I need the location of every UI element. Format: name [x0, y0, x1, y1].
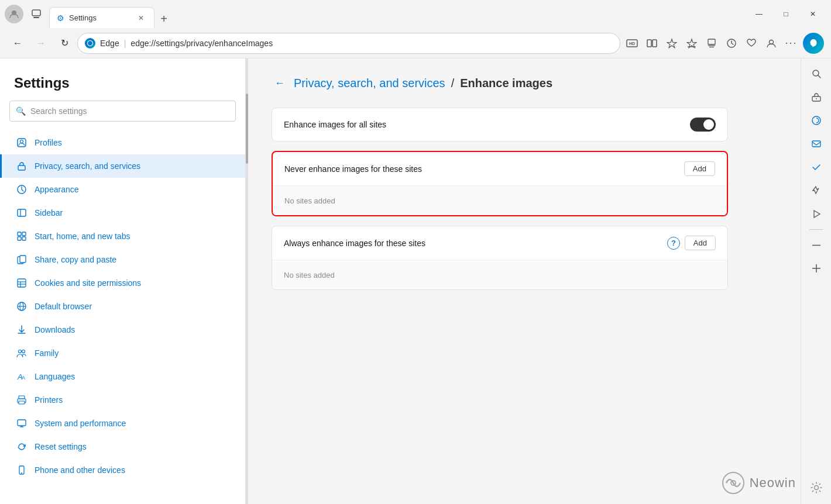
svg-line-46	[818, 75, 820, 78]
phone-icon	[16, 464, 28, 476]
svg-text:A: A	[22, 375, 25, 381]
favorites-button[interactable]	[662, 34, 681, 53]
collections-button[interactable]	[27, 5, 46, 23]
sidebar-item-sidebar[interactable]: Sidebar	[0, 201, 245, 225]
settings-tab[interactable]: ⚙ Settings ✕	[49, 7, 154, 28]
always-enhance-card: Always enhance images for these sites ? …	[272, 226, 728, 290]
back-button[interactable]: ←	[7, 33, 28, 54]
breadcrumb-current: Enhance images	[460, 77, 552, 90]
sidebar-item-default-browser[interactable]: Default browser	[0, 295, 245, 318]
svg-rect-5	[647, 40, 651, 47]
svg-rect-25	[18, 279, 26, 287]
svg-rect-8	[708, 39, 715, 44]
svg-rect-21	[18, 237, 21, 240]
svg-rect-19	[18, 232, 21, 236]
settings-title: Settings	[0, 58, 245, 101]
sidebar-item-start-home[interactable]: Start, home, and new tabs	[0, 225, 245, 248]
breadcrumb-link[interactable]: Privacy, search, and services	[294, 77, 445, 90]
sidebar-item-phone[interactable]: Phone and other devices	[0, 458, 245, 482]
more-button[interactable]: ···	[782, 34, 801, 53]
refresh-button[interactable]: ↻	[54, 33, 75, 54]
svg-marker-51	[814, 210, 820, 218]
system-icon	[16, 417, 28, 429]
sidebar-label: Sidebar	[35, 208, 63, 218]
edge-favicon	[85, 38, 95, 49]
rp-search-button[interactable]	[806, 63, 827, 84]
sidebar-item-family[interactable]: Family	[0, 341, 245, 365]
title-bar: ⚙ Settings ✕ + — □ ✕	[0, 0, 831, 28]
enhance-all-row: Enhance images for all sites	[272, 108, 727, 141]
rp-tasks-button[interactable]	[806, 157, 827, 178]
svg-rect-1	[32, 10, 40, 16]
sidebar-item-downloads[interactable]: Downloads	[0, 318, 245, 341]
sidebar-item-share-copy[interactable]: Share, copy and paste	[0, 248, 245, 271]
address-bar[interactable]: Edge | edge://settings/privacy/enhanceIm…	[77, 33, 620, 54]
copilot-button[interactable]	[803, 33, 824, 54]
downloads-label: Downloads	[35, 325, 75, 334]
sidebar-item-printers[interactable]: Printers	[0, 388, 245, 412]
printers-icon	[16, 394, 28, 406]
languages-label: Languages	[35, 372, 75, 381]
history-button[interactable]	[722, 34, 741, 53]
tab-settings-icon: ⚙	[57, 13, 64, 23]
rp-edge-button[interactable]	[806, 110, 827, 131]
sidebar-icon	[16, 207, 28, 219]
svg-rect-24	[20, 256, 26, 263]
sidebar-divider	[246, 58, 248, 504]
rp-play-button[interactable]	[806, 203, 827, 225]
sidebar-item-reset[interactable]: Reset settings	[0, 435, 245, 458]
collections-nav-button[interactable]	[702, 34, 721, 53]
new-tab-button[interactable]: +	[154, 9, 173, 28]
sidebar-item-privacy[interactable]: Privacy, search, and services	[0, 154, 245, 178]
always-enhance-sites-area: No sites added	[272, 260, 727, 289]
rp-minus-button[interactable]	[806, 234, 827, 256]
always-enhance-title: Always enhance images for these sites	[284, 239, 667, 248]
window-controls: — □ ✕	[746, 5, 826, 23]
reset-label: Reset settings	[35, 442, 87, 451]
default-browser-label: Default browser	[35, 302, 92, 311]
maximize-button[interactable]: □	[772, 5, 799, 23]
favorites-bar-button[interactable]	[682, 34, 701, 53]
svg-rect-40	[18, 420, 26, 426]
sidebar-item-system[interactable]: System and performance	[0, 412, 245, 435]
toggle-thumb	[703, 119, 714, 130]
svg-rect-17	[18, 209, 26, 216]
appearance-icon	[16, 184, 28, 195]
minimize-button[interactable]: —	[746, 5, 772, 23]
profile-nav-button[interactable]	[762, 34, 781, 53]
sidebar-item-profiles[interactable]: Profiles	[0, 131, 245, 154]
address-edge-label: Edge	[100, 39, 119, 48]
tab-close-button[interactable]: ✕	[135, 12, 147, 24]
start-home-label: Start, home, and new tabs	[35, 232, 130, 241]
breadcrumb: ← Privacy, search, and services / Enhanc…	[272, 75, 728, 91]
search-icon: 🔍	[16, 106, 26, 116]
right-panel	[801, 58, 831, 504]
reset-icon	[16, 441, 28, 453]
help-icon[interactable]: ?	[667, 237, 680, 250]
rp-divider	[809, 229, 823, 230]
downloads-icon	[16, 324, 28, 336]
share-copy-label: Share, copy and paste	[35, 255, 116, 264]
profiles-label: Profiles	[35, 138, 62, 147]
immersive-reader-button[interactable]	[643, 34, 661, 53]
sidebar-item-languages[interactable]: AA Languages	[0, 365, 245, 388]
likes-button[interactable]	[742, 34, 761, 53]
search-settings-box[interactable]: 🔍 Search settings	[9, 101, 236, 122]
printers-label: Printers	[35, 395, 63, 405]
sidebar-item-cookies[interactable]: Cookies and site permissions	[0, 271, 245, 295]
family-label: Family	[35, 348, 59, 358]
rp-nav-button[interactable]	[806, 180, 827, 201]
breadcrumb-back-button[interactable]: ←	[272, 75, 288, 91]
hd-button[interactable]: HD	[623, 34, 641, 53]
svg-point-49	[812, 116, 820, 125]
never-enhance-add-button[interactable]: Add	[684, 161, 715, 176]
sidebar-item-appearance[interactable]: Appearance	[0, 178, 245, 201]
enhance-all-toggle[interactable]	[690, 118, 716, 132]
close-button[interactable]: ✕	[799, 5, 826, 23]
always-enhance-add-button[interactable]: Add	[685, 236, 716, 250]
svg-text:HD: HD	[629, 42, 635, 46]
rp-toolbox-button[interactable]	[806, 87, 827, 108]
profile-avatar[interactable]	[5, 5, 23, 23]
rp-outlook-button[interactable]	[806, 133, 827, 154]
rp-plus-button[interactable]	[806, 258, 827, 279]
